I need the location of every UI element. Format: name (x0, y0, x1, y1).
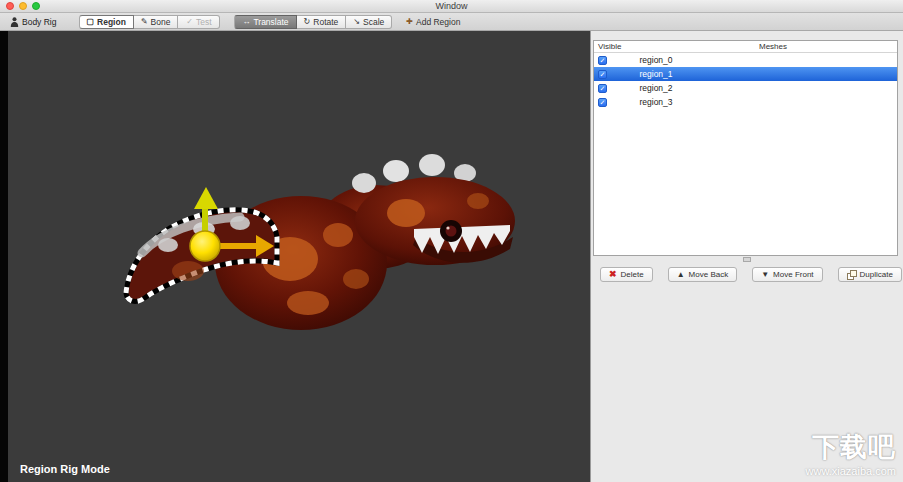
mesh-name: region_3 (607, 97, 705, 107)
body-rig-button[interactable]: Body Rig (10, 17, 57, 27)
app-window: Window Body Rig ▢ Region ✎ Bone ✓ Test (0, 0, 903, 482)
mesh-row-region-3[interactable]: ✓ region_3 (594, 95, 897, 109)
test-icon: ✓ (186, 18, 193, 26)
edit-mode-group: ▢ Region ✎ Bone ✓ Test (79, 15, 221, 29)
delete-button[interactable]: ✖ Delete (600, 267, 653, 282)
scale-button[interactable]: ↘ Scale (346, 15, 392, 29)
add-region-button[interactable]: ✚ Add Region (406, 17, 460, 27)
translate-icon: ↔ (242, 18, 250, 26)
transform-group: ↔ Translate ↻ Rotate ↘ Scale (234, 15, 392, 29)
move-front-icon: ▼ (761, 271, 769, 279)
test-label: Test (196, 17, 212, 27)
translate-button[interactable]: ↔ Translate (234, 15, 296, 29)
mesh-list: Visible Meshes ✓ region_0 ✓ region_1 ✓ r… (593, 40, 898, 256)
rotate-button[interactable]: ↻ Rotate (297, 15, 347, 29)
creature-illustration (8, 31, 590, 482)
content: Region Rig Mode Visible Meshes ✓ region_… (0, 31, 903, 482)
gizmo-up-arrowhead[interactable] (194, 187, 218, 209)
mesh-row-region-1[interactable]: ✓ region_1 (594, 67, 897, 81)
window-title: Window (0, 1, 903, 11)
titlebar: Window (0, 0, 903, 13)
visible-checkbox[interactable]: ✓ (598, 70, 607, 79)
viewport-canvas[interactable]: Region Rig Mode (0, 31, 590, 482)
meshes-column-header: Meshes (649, 42, 897, 51)
translate-label: Translate (253, 17, 288, 27)
region-icon: ▢ (87, 18, 95, 26)
visible-checkbox[interactable]: ✓ (598, 56, 607, 65)
scale-label: Scale (363, 17, 384, 27)
delete-label: Delete (621, 270, 644, 279)
mesh-name: region_2 (607, 83, 705, 93)
mesh-name: region_1 (607, 69, 705, 79)
visible-checkbox[interactable]: ✓ (598, 98, 607, 107)
test-button[interactable]: ✓ Test (178, 15, 220, 29)
visible-column-header: Visible (594, 42, 649, 51)
duplicate-icon (847, 270, 856, 279)
watermark-url: www.xiazaiba.com (806, 465, 896, 477)
move-back-button[interactable]: ▲ Move Back (668, 267, 738, 282)
side-panel: Visible Meshes ✓ region_0 ✓ region_1 ✓ r… (590, 31, 903, 482)
gizmo-center-handle[interactable] (190, 231, 220, 261)
rotate-label: Rotate (313, 17, 338, 27)
mesh-row-region-2[interactable]: ✓ region_2 (594, 81, 897, 95)
move-front-button[interactable]: ▼ Move Front (752, 267, 822, 282)
add-region-label: Add Region (416, 17, 460, 27)
mesh-row-region-0[interactable]: ✓ region_0 (594, 53, 897, 67)
move-back-label: Move Back (689, 270, 729, 279)
mesh-list-header: Visible Meshes (594, 41, 897, 53)
region-label: Region (97, 17, 126, 27)
toolbar: Body Rig ▢ Region ✎ Bone ✓ Test ↔ Transl… (0, 13, 903, 31)
move-front-label: Move Front (773, 270, 813, 279)
scale-icon: ↘ (353, 18, 360, 26)
delete-icon: ✖ (609, 270, 617, 279)
watermark: 下载吧 www.xiazaiba.com (806, 429, 896, 477)
body-rig-label: Body Rig (22, 17, 57, 27)
bone-label: Bone (151, 17, 171, 27)
mesh-name: region_0 (607, 55, 705, 65)
duplicate-label: Duplicate (860, 270, 893, 279)
gizmo-right-axis[interactable] (218, 243, 258, 249)
mode-label: Region Rig Mode (20, 463, 110, 475)
body-rig-icon (10, 17, 19, 27)
watermark-title: 下载吧 (806, 429, 896, 465)
visible-checkbox[interactable]: ✓ (598, 84, 607, 93)
bone-icon: ✎ (141, 18, 148, 26)
move-back-icon: ▲ (677, 271, 685, 279)
region-button[interactable]: ▢ Region (79, 15, 134, 29)
duplicate-button[interactable]: Duplicate (838, 267, 902, 282)
bone-button[interactable]: ✎ Bone (134, 15, 179, 29)
add-region-icon: ✚ (406, 18, 413, 26)
mesh-actions: ✖ Delete ▲ Move Back ▼ Move Front Duplic… (591, 262, 903, 282)
rotate-icon: ↻ (304, 18, 311, 26)
